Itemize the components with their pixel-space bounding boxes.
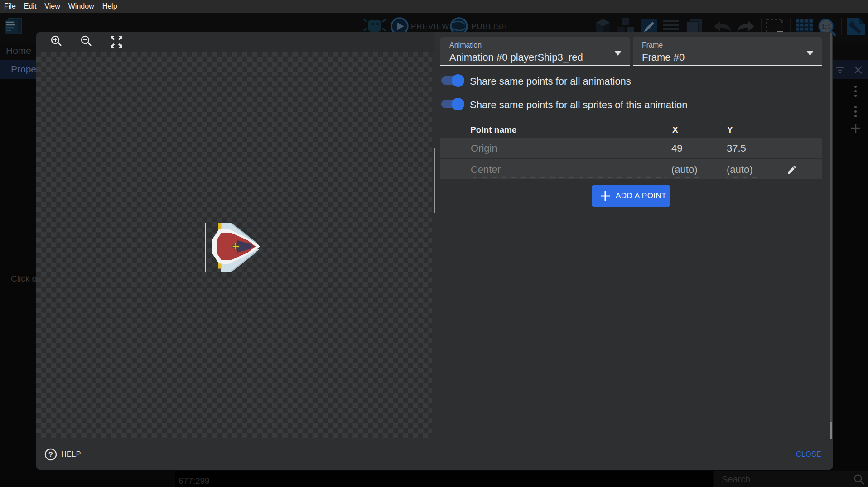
svg-text:?: ?	[48, 451, 53, 458]
svg-text:PUBLISH: PUBLISH	[471, 22, 507, 31]
svg-text:PREVIEW: PREVIEW	[411, 22, 449, 31]
svg-text:1:1: 1:1	[821, 23, 831, 30]
